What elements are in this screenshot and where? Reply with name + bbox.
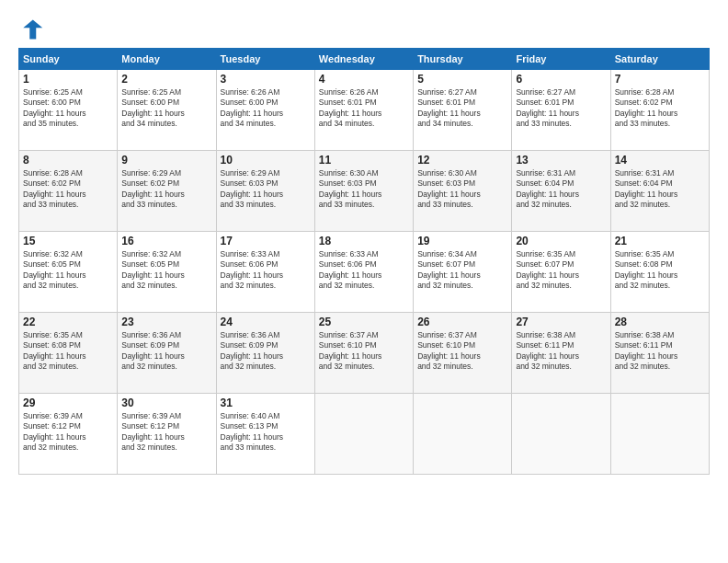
calendar-cell: 17Sunrise: 6:33 AMSunset: 6:06 PMDayligh… xyxy=(216,232,314,313)
day-info: Sunrise: 6:26 AMSunset: 6:00 PMDaylight:… xyxy=(221,87,311,130)
day-number: 19 xyxy=(417,235,507,247)
day-number: 26 xyxy=(417,316,507,328)
day-info: Sunrise: 6:31 AMSunset: 6:04 PMDaylight:… xyxy=(615,168,705,211)
calendar-cell: 6Sunrise: 6:27 AMSunset: 6:01 PMDaylight… xyxy=(512,70,610,151)
day-number: 31 xyxy=(221,396,311,409)
calendar-cell: 7Sunrise: 6:28 AMSunset: 6:02 PMDaylight… xyxy=(610,70,709,151)
day-info: Sunrise: 6:39 AMSunset: 6:12 PMDaylight:… xyxy=(23,411,113,454)
header xyxy=(18,17,710,42)
calendar-cell: 21Sunrise: 6:35 AMSunset: 6:08 PMDayligh… xyxy=(610,232,709,313)
day-number: 27 xyxy=(516,316,606,328)
calendar-cell xyxy=(610,394,709,475)
day-info: Sunrise: 6:27 AMSunset: 6:01 PMDaylight:… xyxy=(516,87,606,130)
calendar-cell: 4Sunrise: 6:26 AMSunset: 6:01 PMDaylight… xyxy=(314,70,413,151)
day-number: 15 xyxy=(23,235,113,247)
day-info: Sunrise: 6:34 AMSunset: 6:07 PMDaylight:… xyxy=(417,249,507,292)
calendar-cell: 12Sunrise: 6:30 AMSunset: 6:03 PMDayligh… xyxy=(414,151,512,232)
day-info: Sunrise: 6:29 AMSunset: 6:03 PMDaylight:… xyxy=(221,168,311,211)
calendar-week-4: 22Sunrise: 6:35 AMSunset: 6:08 PMDayligh… xyxy=(19,313,710,394)
day-number: 13 xyxy=(516,154,606,167)
day-info: Sunrise: 6:32 AMSunset: 6:05 PMDaylight:… xyxy=(121,249,211,292)
calendar-cell: 26Sunrise: 6:37 AMSunset: 6:10 PMDayligh… xyxy=(414,313,512,394)
day-number: 7 xyxy=(615,73,705,86)
day-info: Sunrise: 6:35 AMSunset: 6:08 PMDaylight:… xyxy=(23,330,113,373)
calendar-cell: 30Sunrise: 6:39 AMSunset: 6:12 PMDayligh… xyxy=(118,394,216,475)
calendar-week-5: 29Sunrise: 6:39 AMSunset: 6:12 PMDayligh… xyxy=(19,394,710,475)
calendar-cell: 22Sunrise: 6:35 AMSunset: 6:08 PMDayligh… xyxy=(19,313,118,394)
calendar-header-friday: Friday xyxy=(512,49,610,70)
day-number: 8 xyxy=(23,154,113,167)
calendar-cell: 29Sunrise: 6:39 AMSunset: 6:12 PMDayligh… xyxy=(19,394,118,475)
calendar-cell xyxy=(512,394,610,475)
calendar-cell: 19Sunrise: 6:34 AMSunset: 6:07 PMDayligh… xyxy=(414,232,512,313)
day-number: 10 xyxy=(221,154,311,167)
calendar-cell xyxy=(314,394,413,475)
calendar-cell: 16Sunrise: 6:32 AMSunset: 6:05 PMDayligh… xyxy=(118,232,216,313)
day-number: 17 xyxy=(221,235,311,247)
calendar-header-tuesday: Tuesday xyxy=(216,49,314,70)
day-info: Sunrise: 6:40 AMSunset: 6:13 PMDaylight:… xyxy=(221,411,311,454)
day-info: Sunrise: 6:32 AMSunset: 6:05 PMDaylight:… xyxy=(23,249,113,292)
day-info: Sunrise: 6:35 AMSunset: 6:07 PMDaylight:… xyxy=(516,249,606,292)
calendar-cell: 24Sunrise: 6:36 AMSunset: 6:09 PMDayligh… xyxy=(216,313,314,394)
day-number: 3 xyxy=(221,73,311,86)
day-number: 28 xyxy=(615,316,705,328)
day-number: 24 xyxy=(221,316,311,328)
calendar-cell: 9Sunrise: 6:29 AMSunset: 6:02 PMDaylight… xyxy=(118,151,216,232)
calendar-cell: 1Sunrise: 6:25 AMSunset: 6:00 PMDaylight… xyxy=(19,70,118,151)
day-number: 20 xyxy=(516,235,606,247)
day-number: 6 xyxy=(516,73,606,86)
calendar-cell: 3Sunrise: 6:26 AMSunset: 6:00 PMDaylight… xyxy=(216,70,314,151)
calendar-cell: 2Sunrise: 6:25 AMSunset: 6:00 PMDaylight… xyxy=(118,70,216,151)
calendar-cell: 31Sunrise: 6:40 AMSunset: 6:13 PMDayligh… xyxy=(216,394,314,475)
day-info: Sunrise: 6:37 AMSunset: 6:10 PMDaylight:… xyxy=(417,330,507,373)
day-info: Sunrise: 6:27 AMSunset: 6:01 PMDaylight:… xyxy=(417,87,507,130)
calendar-cell: 8Sunrise: 6:28 AMSunset: 6:02 PMDaylight… xyxy=(19,151,118,232)
day-info: Sunrise: 6:36 AMSunset: 6:09 PMDaylight:… xyxy=(121,330,211,373)
calendar-cell: 10Sunrise: 6:29 AMSunset: 6:03 PMDayligh… xyxy=(216,151,314,232)
calendar-cell: 15Sunrise: 6:32 AMSunset: 6:05 PMDayligh… xyxy=(19,232,118,313)
day-number: 5 xyxy=(417,73,507,86)
day-info: Sunrise: 6:28 AMSunset: 6:02 PMDaylight:… xyxy=(615,87,705,130)
day-info: Sunrise: 6:26 AMSunset: 6:01 PMDaylight:… xyxy=(319,87,409,130)
calendar-header-row: SundayMondayTuesdayWednesdayThursdayFrid… xyxy=(19,49,710,70)
day-info: Sunrise: 6:25 AMSunset: 6:00 PMDaylight:… xyxy=(23,87,113,130)
day-number: 21 xyxy=(615,235,705,247)
calendar-cell: 18Sunrise: 6:33 AMSunset: 6:06 PMDayligh… xyxy=(314,232,413,313)
calendar-week-3: 15Sunrise: 6:32 AMSunset: 6:05 PMDayligh… xyxy=(19,232,710,313)
calendar-header-monday: Monday xyxy=(118,49,216,70)
day-info: Sunrise: 6:33 AMSunset: 6:06 PMDaylight:… xyxy=(319,249,409,292)
calendar-cell: 25Sunrise: 6:37 AMSunset: 6:10 PMDayligh… xyxy=(314,313,413,394)
day-number: 2 xyxy=(121,73,211,86)
day-number: 16 xyxy=(121,235,211,247)
day-number: 18 xyxy=(319,235,409,247)
day-number: 12 xyxy=(417,154,507,167)
svg-marker-0 xyxy=(23,20,42,40)
logo-icon xyxy=(18,17,44,42)
calendar-cell xyxy=(414,394,512,475)
calendar-week-2: 8Sunrise: 6:28 AMSunset: 6:02 PMDaylight… xyxy=(19,151,710,232)
day-info: Sunrise: 6:25 AMSunset: 6:00 PMDaylight:… xyxy=(121,87,211,130)
day-info: Sunrise: 6:37 AMSunset: 6:10 PMDaylight:… xyxy=(319,330,409,373)
day-info: Sunrise: 6:30 AMSunset: 6:03 PMDaylight:… xyxy=(417,168,507,211)
calendar-cell: 20Sunrise: 6:35 AMSunset: 6:07 PMDayligh… xyxy=(512,232,610,313)
day-number: 14 xyxy=(615,154,705,167)
day-number: 30 xyxy=(121,396,211,409)
calendar-cell: 27Sunrise: 6:38 AMSunset: 6:11 PMDayligh… xyxy=(512,313,610,394)
page: SundayMondayTuesdayWednesdayThursdayFrid… xyxy=(0,0,728,563)
day-number: 1 xyxy=(23,73,113,86)
day-info: Sunrise: 6:35 AMSunset: 6:08 PMDaylight:… xyxy=(615,249,705,292)
calendar-cell: 5Sunrise: 6:27 AMSunset: 6:01 PMDaylight… xyxy=(414,70,512,151)
calendar-cell: 13Sunrise: 6:31 AMSunset: 6:04 PMDayligh… xyxy=(512,151,610,232)
calendar-cell: 14Sunrise: 6:31 AMSunset: 6:04 PMDayligh… xyxy=(610,151,709,232)
day-number: 4 xyxy=(319,73,409,86)
calendar-cell: 23Sunrise: 6:36 AMSunset: 6:09 PMDayligh… xyxy=(118,313,216,394)
day-info: Sunrise: 6:29 AMSunset: 6:02 PMDaylight:… xyxy=(121,168,211,211)
calendar-header-saturday: Saturday xyxy=(610,49,709,70)
day-info: Sunrise: 6:33 AMSunset: 6:06 PMDaylight:… xyxy=(221,249,311,292)
day-info: Sunrise: 6:28 AMSunset: 6:02 PMDaylight:… xyxy=(23,168,113,211)
calendar-week-1: 1Sunrise: 6:25 AMSunset: 6:00 PMDaylight… xyxy=(19,70,710,151)
calendar-header-wednesday: Wednesday xyxy=(314,49,413,70)
day-info: Sunrise: 6:30 AMSunset: 6:03 PMDaylight:… xyxy=(319,168,409,211)
calendar-cell: 28Sunrise: 6:38 AMSunset: 6:11 PMDayligh… xyxy=(610,313,709,394)
